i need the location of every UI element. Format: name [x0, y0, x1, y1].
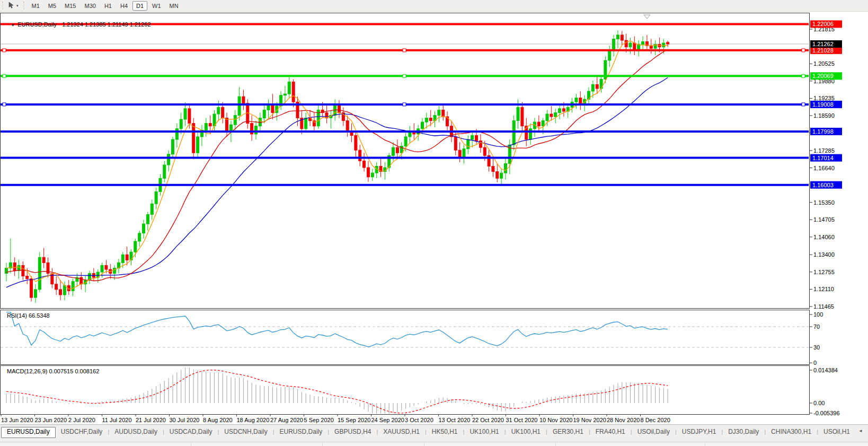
status-strip	[0, 442, 868, 446]
rsi-indicator-label: RSI(14) 66.5348	[7, 312, 50, 319]
chart-title: ▼EURUSD,Daily1.21324 1.21385 1.21149 1.2…	[4, 15, 151, 34]
symbol-tab-eurusd-daily[interactable]: EURUSD,Daily	[274, 427, 328, 438]
symbol-tab-usoil-daily[interactable]: USOil,Daily	[632, 427, 675, 438]
symbol-tab-audusd-daily[interactable]: AUDUSD,Daily	[109, 427, 163, 438]
symbol-tab-gbpusd-h4[interactable]: GBPUSD,H4	[329, 427, 376, 438]
symbol-tab-usdcad-daily[interactable]: USDCAD,Daily	[164, 427, 218, 438]
chart-menu-arrow-icon[interactable]: ▼	[11, 23, 15, 28]
symbol-tab-eurusd-daily[interactable]: EURUSD,Daily	[1, 427, 56, 438]
symbol-tab-ger30-h1[interactable]: GER30,H1	[547, 427, 589, 438]
chart-canvas[interactable]: 1.218151.205251.198801.192351.185901.179…	[0, 0, 868, 446]
price-axis[interactable]	[810, 13, 868, 415]
macd-indicator-label: MACD(12,26,9) 0.007515 0.008162	[7, 368, 99, 374]
symbol-tab-usoil-h1[interactable]: USOil,H1	[818, 427, 855, 438]
trading-terminal-window: ▾ M1M5M15M30H1H4D1W1MN 1.218151.205251.1…	[0, 0, 868, 446]
symbol-tab-uk100-h1[interactable]: UK100,H1	[464, 427, 504, 438]
symbol-tabs: EURUSD,DailyUSDCHF,Daily|AUDUSD,Daily|US…	[0, 427, 855, 438]
symbol-tab-dj30-daily[interactable]: DJ30,Daily	[723, 427, 764, 438]
pane-divider-macd[interactable]	[0, 364, 809, 367]
symbol-tab-hk50-h1[interactable]: HK50,H1	[427, 427, 463, 438]
tabs-scroll-left-icon[interactable]: ◄	[858, 428, 863, 433]
tab-scroll-arrows: ◄ ►	[855, 427, 868, 433]
chart-title-symbol: EURUSD,Daily	[17, 21, 57, 28]
symbol-tab-xauusd-h1[interactable]: XAUUSD,H1	[378, 427, 425, 438]
chart-title-ohlc: 1.21324 1.21385 1.21149 1.21262	[62, 21, 150, 28]
symbol-tab-uk100-h1[interactable]: UK100,H1	[506, 427, 546, 438]
symbol-tab-usdchf-daily[interactable]: USDCHF,Daily	[56, 427, 108, 438]
symbol-tab-usdjpy-h1[interactable]: USDJPY,H1	[677, 427, 721, 438]
time-axis[interactable]	[0, 415, 809, 425]
symbol-tab-china300-h1[interactable]: CHINA300,H1	[766, 427, 817, 438]
pane-divider-rsi[interactable]	[0, 308, 809, 311]
symbol-tab-usdcnh-daily[interactable]: USDCNH,Daily	[219, 427, 272, 438]
symbol-tab-bar: EURUSD,DailyUSDCHF,Daily|AUDUSD,Daily|US…	[0, 425, 868, 442]
symbol-tab-fra40-h1[interactable]: FRA40,H1	[590, 427, 631, 438]
